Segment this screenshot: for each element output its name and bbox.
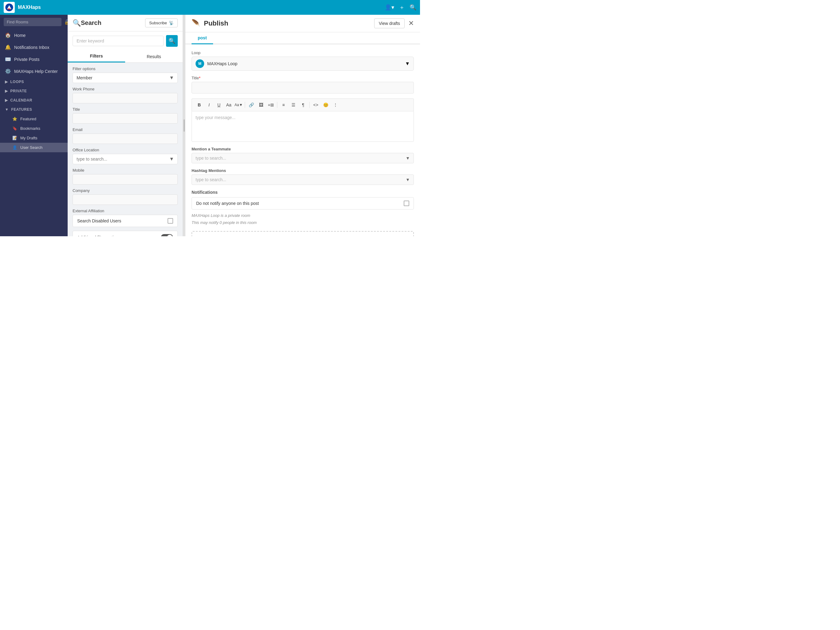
mobile-input[interactable]: [73, 174, 178, 185]
tab-filters[interactable]: Filters: [68, 51, 125, 62]
tab-results[interactable]: Results: [125, 51, 183, 62]
bold-button[interactable]: B: [195, 101, 204, 109]
additional-filter-label: Additional filter options: [77, 235, 120, 236]
sidebar-item-home[interactable]: 🏠 Home: [0, 29, 68, 41]
email-label: Email: [73, 127, 178, 132]
filter-options-label: Filter options: [73, 66, 178, 71]
insert-button[interactable]: +⊞: [267, 101, 275, 109]
code-button[interactable]: <>: [311, 101, 320, 109]
sub-item-label: Featured: [20, 117, 36, 121]
add-icon[interactable]: ＋: [399, 4, 405, 11]
mobile-group: Mobile: [73, 168, 178, 185]
editor-section: B I U Aa Aa▼ 🔗 🖼 +⊞ ≡ ☰ ¶ <> 😊 ⋮: [191, 98, 414, 142]
notification-note-2: This may notify 0 people in this room: [191, 219, 414, 226]
publish-tabs: post: [185, 32, 420, 44]
sidebar-item-private-posts[interactable]: ✉️ Private Posts: [0, 53, 68, 65]
mention-dropdown[interactable]: type to search... ▼: [191, 153, 414, 163]
italic-button[interactable]: I: [205, 101, 213, 109]
search-go-button[interactable]: 🔍: [166, 35, 178, 47]
publish-header: 🪶 Publish View drafts ✕: [185, 15, 420, 32]
search-disabled-label: Search Disabled Users: [77, 218, 121, 223]
sidebar-sub-item-bookmarks[interactable]: 🔖 Bookmarks: [0, 123, 68, 133]
sidebar-item-notifications[interactable]: 🔔 Notifications Inbox: [0, 41, 68, 53]
sidebar-section-calendar[interactable]: ▶ CALENDAR: [0, 96, 68, 105]
image-button[interactable]: 🖼: [257, 101, 265, 109]
member-select[interactable]: Member: [73, 73, 178, 83]
sidebar: 🔒 🏠 Home 🔔 Notifications Inbox ✉️ Privat…: [0, 15, 68, 236]
email-input[interactable]: [73, 133, 178, 144]
search-icon[interactable]: 🔍: [409, 4, 416, 11]
mention-section: Mention a Teammate type to search... ▼: [191, 147, 414, 163]
email-group: Email: [73, 127, 178, 144]
rss-icon: 📡: [169, 21, 174, 25]
search-icon[interactable]: 🔍: [73, 19, 81, 27]
subscribe-button[interactable]: Subscribe 📡: [145, 19, 178, 27]
topbar-actions: 👤▾ ＋ 🔍: [385, 4, 416, 11]
sidebar-sub-item-user-search[interactable]: 👤 User Search: [0, 143, 68, 152]
tab-post[interactable]: post: [191, 32, 213, 44]
unordered-list-button[interactable]: ☰: [289, 101, 298, 109]
more-button[interactable]: ⋮: [331, 101, 340, 109]
mobile-label: Mobile: [73, 168, 178, 173]
publish-header-left: 🪶 Publish: [191, 19, 228, 28]
work-phone-label: Work Phone: [73, 87, 178, 91]
work-phone-input[interactable]: [73, 93, 178, 103]
app-title: MAXHaps: [18, 5, 385, 10]
format-button[interactable]: Aa: [224, 101, 233, 109]
chevron-down-icon: ▼: [406, 156, 410, 161]
underline-button[interactable]: U: [215, 101, 223, 109]
office-location-input[interactable]: [73, 154, 178, 164]
emoji-button[interactable]: 😊: [321, 101, 330, 109]
sidebar-section-features[interactable]: ▼ FEATURES: [0, 105, 68, 114]
bookmark-icon: 🔖: [12, 126, 17, 131]
message-editor[interactable]: type your message...: [191, 111, 414, 142]
required-marker: *: [199, 76, 201, 80]
publish-header-right: View drafts ✕: [374, 19, 414, 28]
do-not-notify-checkbox[interactable]: [404, 201, 409, 206]
section-label: PRIVATE: [11, 89, 27, 93]
file-drop-zone[interactable]: Click to select or drop files here ⬆: [191, 231, 414, 236]
mention-label: Mention a Teammate: [191, 147, 414, 151]
sidebar-item-label: MAXHaps Help Center: [14, 69, 58, 74]
filter-options-section: Filter options Member ▼: [68, 63, 183, 87]
company-input[interactable]: [73, 195, 178, 205]
topbar: RE MAXHaps 👤▾ ＋ 🔍: [0, 0, 420, 15]
filter-results-tabs: Filters Results: [68, 51, 183, 63]
keyword-input[interactable]: [73, 36, 164, 46]
sidebar-sub-item-featured[interactable]: ⭐ Featured: [0, 114, 68, 123]
sidebar-section-private[interactable]: ▶ PRIVATE: [0, 86, 68, 96]
loop-section: Loop M MAXHaps Loop ▼: [191, 51, 414, 71]
post-title-input[interactable]: [191, 82, 414, 93]
publish-panel: 🪶 Publish View drafts ✕ post Loop M MAXH…: [185, 15, 420, 236]
sidebar-item-label: Home: [14, 33, 25, 38]
notifications-icon: 🔔: [5, 44, 11, 50]
hashtag-dropdown[interactable]: type to search... ▼: [191, 174, 414, 185]
hashtag-label: Hashtag Mentions: [191, 168, 414, 173]
lock-icon: 🔒: [64, 19, 68, 25]
paragraph-button[interactable]: ¶: [299, 101, 308, 109]
external-affiliation-label: External Affiliation: [73, 209, 178, 213]
drafts-icon: 📝: [12, 136, 17, 140]
search-panel: 🔍 Search Subscribe 📡 🔍 Filters Results F…: [68, 15, 183, 236]
sidebar-sub-item-my-drafts[interactable]: 📝 My Drafts: [0, 133, 68, 143]
loop-name: MAXHaps Loop: [207, 61, 237, 66]
sidebar-item-label: Private Posts: [14, 57, 39, 62]
link-button[interactable]: 🔗: [247, 101, 256, 109]
ordered-list-button[interactable]: ≡: [279, 101, 288, 109]
sidebar-item-label: Notifications Inbox: [14, 45, 49, 50]
loop-selector[interactable]: M MAXHaps Loop ▼: [191, 57, 414, 71]
search-disabled-checkbox[interactable]: [167, 218, 173, 224]
sidebar-item-help-center[interactable]: ⚙️ MAXHaps Help Center: [0, 65, 68, 77]
search-go-icon: 🔍: [169, 38, 175, 44]
search-panel-header: 🔍 Search Subscribe 📡: [68, 15, 183, 32]
additional-filter-toggle[interactable]: [161, 234, 173, 236]
sidebar-section-loops[interactable]: ▶ LOOPS: [0, 77, 68, 86]
title-input[interactable]: [73, 113, 178, 123]
feather-icon: 🪶: [191, 19, 200, 28]
do-not-notify-row: Do not notify anyone on this post: [191, 197, 414, 209]
view-drafts-button[interactable]: View drafts: [374, 19, 405, 28]
find-rooms-input[interactable]: [4, 18, 62, 26]
font-size-button[interactable]: Aa▼: [234, 101, 243, 109]
user-account-icon[interactable]: 👤▾: [385, 4, 394, 11]
close-button[interactable]: ✕: [408, 19, 414, 27]
